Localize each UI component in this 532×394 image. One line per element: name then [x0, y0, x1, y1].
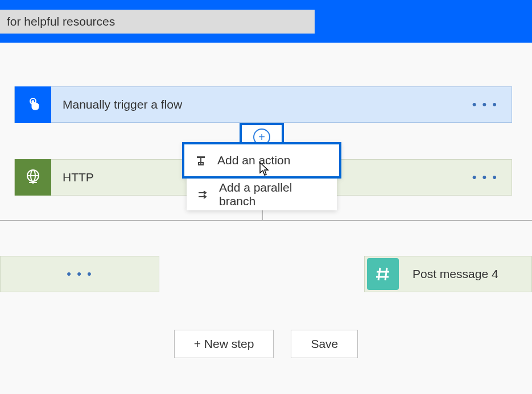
- menu-add-action[interactable]: Add an action: [184, 144, 339, 176]
- footer-actions: + New step Save: [0, 330, 532, 358]
- new-step-button[interactable]: + New step: [174, 330, 274, 358]
- hash-icon: [367, 258, 399, 290]
- more-menu-icon[interactable]: • • •: [67, 267, 92, 281]
- svg-rect-9: [197, 156, 205, 158]
- step-post-message[interactable]: Post message 4: [364, 256, 532, 292]
- step-title: Manually trigger a flow: [51, 98, 472, 111]
- connector-line: [0, 220, 532, 221]
- svg-line-5: [378, 268, 380, 280]
- globe-icon: [15, 159, 51, 196]
- menu-item-label: Add a parallel branch: [219, 181, 327, 208]
- more-menu-icon[interactable]: • • •: [472, 170, 512, 185]
- search-input[interactable]: [0, 10, 315, 34]
- step-trigger[interactable]: Manually trigger a flow • • •: [14, 86, 512, 123]
- add-action-icon: [195, 155, 207, 166]
- header-bar: [0, 0, 532, 43]
- more-menu-icon[interactable]: • • •: [472, 97, 512, 112]
- touch-icon: [15, 86, 51, 123]
- parallel-branch-icon: [197, 189, 209, 200]
- menu-add-parallel-branch[interactable]: Add a parallel branch: [187, 179, 337, 210]
- save-button[interactable]: Save: [291, 330, 358, 358]
- svg-rect-1: [32, 100, 34, 106]
- step-title: Post message 4: [401, 267, 531, 281]
- step-branch-left[interactable]: • • •: [0, 256, 159, 292]
- menu-item-label: Add an action: [217, 154, 290, 167]
- insert-step-popup: Add an action Add a parallel branch: [182, 142, 341, 210]
- svg-line-6: [385, 268, 387, 280]
